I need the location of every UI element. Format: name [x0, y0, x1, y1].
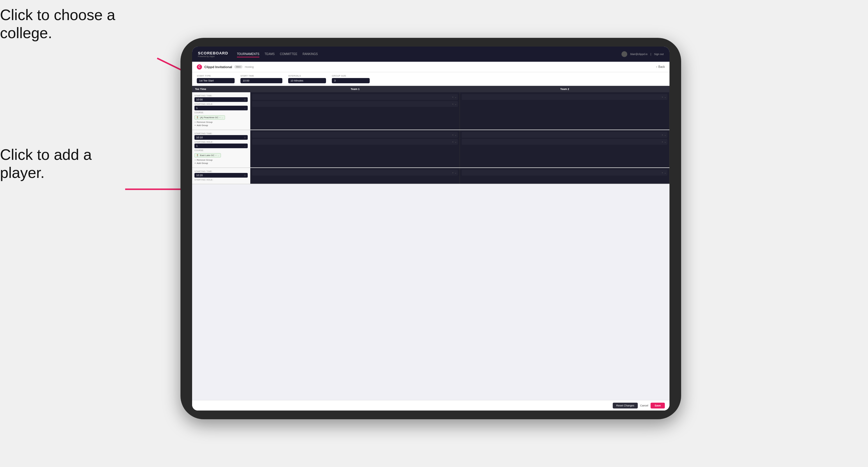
- course-tag-1[interactable]: 🏌 (A) Peachtree GC × ⌄: [194, 115, 225, 120]
- time-field-2[interactable]: 10:10 ⊙: [194, 135, 248, 140]
- nav-rankings[interactable]: RANKINGS: [303, 51, 317, 57]
- player-x-btn-4-2[interactable]: ×: [662, 141, 663, 143]
- team1-cell-3: × ⌄: [250, 168, 460, 184]
- intervals-label: Intervals: [288, 74, 326, 77]
- course-name-1: (A) Peachtree GC: [200, 116, 219, 119]
- player-row-4-1[interactable]: × ⌄: [462, 132, 668, 138]
- time-field-3[interactable]: 10:20 ⊙: [194, 173, 248, 178]
- start-time-group: Start Time: [241, 74, 282, 83]
- add-label-2: Add Group: [197, 162, 208, 164]
- start-time-input[interactable]: [241, 78, 282, 83]
- player-row-3-1[interactable]: × ⌄: [252, 132, 458, 138]
- nav-committee[interactable]: COMMITTEE: [280, 51, 297, 57]
- add-group-2[interactable]: + Add Group: [194, 162, 248, 164]
- reset-changes-button[interactable]: Reset Changes: [613, 403, 638, 408]
- header-right: blair@clippd.io | Sign out: [621, 51, 664, 57]
- team2-cell-2: × ⌄ × ⌄: [460, 130, 670, 167]
- player-row-3-2[interactable]: × ⌄: [252, 139, 458, 145]
- group-size-select[interactable]: 3: [332, 78, 370, 83]
- hole-field-1[interactable]: 1 ⌄: [194, 106, 248, 110]
- group-row-1: STARTING TIME: 10:00 ⊙ STARTING HOLE: 1 …: [192, 92, 670, 130]
- controls-row: Start Type 1st Tee Start Start Time Inte…: [192, 72, 670, 86]
- header-left: SCOREBOARD Powered by clippd TOURNAMENTS…: [198, 51, 318, 57]
- user-email: blair@clippd.io: [630, 53, 647, 56]
- group-size-label: Group Size: [332, 74, 370, 77]
- separator: |: [651, 53, 651, 56]
- course-remove-2[interactable]: ×: [215, 154, 217, 156]
- player-x-btn-1-2[interactable]: ×: [452, 103, 454, 105]
- player-actions-4-1: × ⌄: [662, 134, 666, 136]
- course-name-2: East Lake GC: [200, 154, 215, 157]
- player-x-btn-1-1[interactable]: ×: [452, 96, 454, 98]
- course-remove-1[interactable]: ×: [219, 117, 221, 119]
- player-arrow-btn-3-1[interactable]: ⌄: [455, 134, 457, 136]
- player-row-5-1[interactable]: × ⌄: [252, 170, 458, 176]
- cancel-button[interactable]: Cancel: [640, 404, 648, 407]
- player-x-btn-6-1[interactable]: ×: [662, 172, 663, 174]
- nav-teams[interactable]: TEAMS: [265, 51, 275, 57]
- tablet-device: SCOREBOARD Powered by clippd TOURNAMENTS…: [181, 38, 681, 419]
- tablet-screen: SCOREBOARD Powered by clippd TOURNAMENTS…: [192, 46, 670, 410]
- start-type-label: Start Type: [197, 74, 235, 77]
- player-arrow-btn-4-1[interactable]: ⌄: [664, 134, 666, 136]
- clock-icon-3: ⊙: [244, 174, 246, 177]
- time-field-1[interactable]: 10:00 ⊙: [194, 97, 248, 102]
- player-arrow-btn-4-2[interactable]: ⌄: [664, 141, 666, 143]
- time-value-3: 10:20: [196, 174, 244, 177]
- intervals-group: Intervals 10 Minutes: [288, 74, 326, 83]
- sign-out-link[interactable]: Sign out: [654, 53, 664, 56]
- save-button[interactable]: Save: [651, 403, 665, 408]
- player-x-btn-5-1[interactable]: ×: [452, 172, 454, 174]
- footer-bar: Reset Changes Cancel Save: [192, 400, 670, 410]
- player-arrow-btn-5-1[interactable]: ⌄: [455, 172, 457, 174]
- sub-header-left: C Clippd Invitational Men Hosting: [197, 64, 253, 70]
- course-expand-2[interactable]: ⌄: [217, 154, 219, 157]
- player-arrow-btn-1-1[interactable]: ⌄: [455, 96, 457, 98]
- course-label-1: COURSE:: [194, 112, 248, 114]
- course-tag-2[interactable]: 🏌 East Lake GC × ⌄: [194, 153, 221, 157]
- team2-cell-1: × ⌄: [460, 92, 670, 130]
- event-gender-badge: Men: [234, 65, 243, 68]
- player-arrow-btn-3-2[interactable]: ⌄: [455, 141, 457, 143]
- team1-cell-2: × ⌄ × ⌄: [250, 130, 460, 167]
- player-x-btn-4-1[interactable]: ×: [662, 134, 663, 136]
- group-row-2: STARTING TIME: 10:10 ⊙ STARTING HOLE: 1 …: [192, 130, 670, 168]
- col-team1: Team 1: [250, 86, 460, 92]
- player-x-btn-3-1[interactable]: ×: [452, 134, 454, 136]
- player-row-4-2[interactable]: × ⌄: [462, 139, 668, 145]
- player-x-btn-3-2[interactable]: ×: [452, 141, 454, 143]
- player-row-1-2[interactable]: × ⌄: [252, 101, 458, 107]
- main-content: STARTING TIME: 10:00 ⊙ STARTING HOLE: 1 …: [192, 92, 670, 400]
- remove-group-2[interactable]: ○ Remove Group: [194, 159, 248, 161]
- sub-header: C Clippd Invitational Men Hosting ‹ Back: [192, 62, 670, 72]
- add-label-1: Add Group: [197, 124, 208, 127]
- app-header: SCOREBOARD Powered by clippd TOURNAMENTS…: [192, 46, 670, 62]
- nav-tournaments[interactable]: TOURNAMENTS: [237, 51, 259, 57]
- team1-cell-1: × ⌄ × ⌄: [250, 92, 460, 130]
- course-expand-1[interactable]: ⌄: [221, 117, 223, 119]
- event-status: Hosting: [245, 65, 254, 68]
- start-type-select[interactable]: 1st Tee Start: [197, 78, 235, 83]
- starting-time-label-1: STARTING TIME:: [194, 95, 248, 97]
- player-arrow-btn-2-1[interactable]: ⌄: [664, 96, 666, 98]
- hole-value-2: 1: [196, 145, 244, 147]
- clippd-logo: C: [197, 64, 202, 70]
- player-actions-3-1: × ⌄: [452, 134, 457, 136]
- brand-sub: Powered by clippd: [198, 55, 228, 57]
- intervals-select[interactable]: 10 Minutes: [288, 78, 326, 83]
- player-row-2-1[interactable]: × ⌄: [462, 94, 668, 100]
- player-row-6-1[interactable]: × ⌄: [462, 170, 668, 176]
- remove-group-1[interactable]: ○ Remove Group: [194, 121, 248, 123]
- player-x-btn-2-1[interactable]: ×: [662, 96, 663, 98]
- course-icon-1: 🏌: [196, 116, 199, 119]
- hole-field-2[interactable]: 1 ⌄: [194, 144, 248, 148]
- player-arrow-btn-1-2[interactable]: ⌄: [455, 103, 457, 105]
- back-button[interactable]: ‹ Back: [656, 65, 665, 68]
- player-row-1-1[interactable]: × ⌄: [252, 94, 458, 100]
- player-actions-3-2: × ⌄: [452, 141, 457, 143]
- course-label-2: COURSE:: [194, 149, 248, 151]
- player-arrow-btn-6-1[interactable]: ⌄: [664, 172, 666, 174]
- add-icon-1: +: [194, 124, 196, 127]
- clock-icon-1: ⊙: [244, 98, 246, 101]
- add-group-1[interactable]: + Add Group: [194, 124, 248, 127]
